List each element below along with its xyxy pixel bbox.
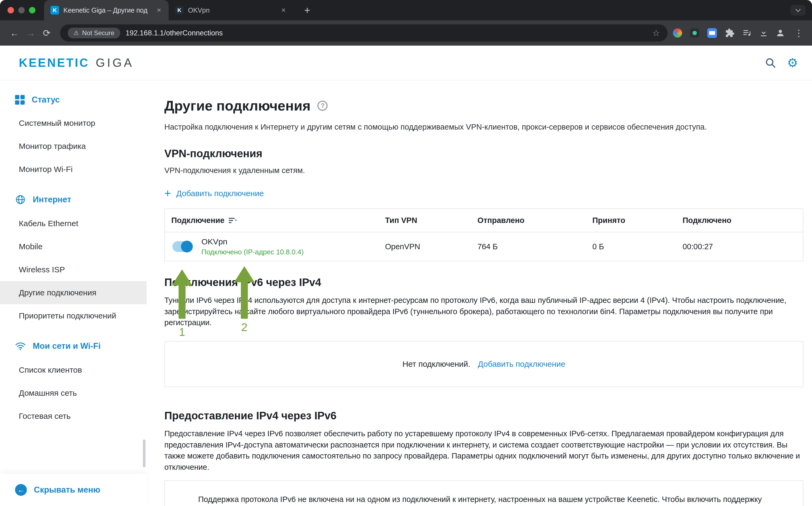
ipv4-section-heading: Предоставление IPv4 через IPv6	[164, 410, 803, 422]
tab-title: OKVpn	[188, 6, 275, 14]
keenetic-logo: KEENETIC	[19, 56, 89, 70]
gear-icon[interactable]: ⚙	[787, 57, 798, 69]
page-intro: Настройка подключения к Интернету и друг…	[164, 121, 803, 133]
section-label: Мои сети и Wi-Fi	[33, 341, 101, 351]
window-controls	[0, 7, 44, 13]
wifi-icon	[15, 341, 26, 351]
chevron-down-icon	[795, 7, 801, 12]
url-text: 192.168.1.1/otherConnections	[126, 29, 223, 37]
sidebar-item-connection-priorities[interactable]: Приоритеты подключений	[0, 304, 147, 327]
model-name: GIGA	[95, 56, 134, 70]
column-header-received[interactable]: Принято	[586, 209, 676, 232]
column-header-connection[interactable]: Подключение	[165, 209, 379, 232]
column-header-sent[interactable]: Отправлено	[471, 209, 586, 232]
close-tab-icon[interactable]: ×	[155, 6, 163, 14]
sidebar-item-wifi-monitor[interactable]: Монитор Wi-Fi	[0, 158, 147, 181]
globe-icon	[15, 194, 26, 205]
main-content: Другие подключения ? Настройка подключен…	[147, 81, 812, 506]
vpn-section-subtitle: VPN-подключения к удаленным сетям.	[164, 166, 803, 175]
arrow-left-icon: ←	[15, 484, 27, 496]
security-label: Not Secure	[82, 29, 115, 37]
add-vpn-connection-link[interactable]: + Добавить подключение	[164, 188, 264, 199]
sidebar: Статус Системный монитор Монитор трафика…	[0, 81, 147, 506]
browser-menu-icon[interactable]: ⋮	[792, 28, 806, 38]
page-title: Другие подключения	[164, 98, 310, 114]
browser-window: K Keenetic Giga – Другие под × K OKVpn ×…	[0, 0, 812, 506]
sidebar-section-my-networks[interactable]: Мои сети и Wi-Fi	[0, 334, 147, 358]
ipv6-support-notice: Поддержка протокола IPv6 не включена ни …	[164, 480, 803, 506]
forward-button[interactable]: →	[22, 25, 39, 41]
address-bar[interactable]: ⚠ Not Secure 192.168.1.1/otherConnection…	[60, 24, 668, 41]
sidebar-item-wireless-isp[interactable]: Wireless ISP	[0, 258, 147, 281]
sidebar-item-traffic-monitor[interactable]: Монитор трафика	[0, 135, 147, 158]
connected-time-value: 00:00:27	[676, 238, 803, 255]
security-chip[interactable]: ⚠ Not Secure	[68, 28, 120, 38]
sidebar-item-home-network[interactable]: Домашняя сеть	[0, 382, 147, 405]
tab-keenetic[interactable]: K Keenetic Giga – Другие под ×	[44, 0, 169, 20]
sidebar-section-internet[interactable]: Интернет	[0, 187, 147, 212]
extension-icon[interactable]	[673, 28, 682, 37]
sidebar-section-status[interactable]: Статус	[0, 88, 147, 112]
vpn-type-value: OpenVPN	[379, 238, 471, 255]
arrow-up-icon	[234, 266, 254, 282]
dashboard-icon	[15, 95, 25, 105]
ipv6-empty-state: Нет подключений. Добавить подключение	[164, 341, 803, 387]
collapse-label: Скрывать меню	[34, 485, 100, 495]
tab-title: Keenetic Giga – Другие под	[63, 6, 150, 14]
annotation-arrow-1: 1	[171, 269, 193, 339]
sidebar-item-system-monitor[interactable]: Системный монитор	[0, 112, 147, 135]
reload-button[interactable]: ⟳	[39, 25, 55, 41]
add-ipv6-connection-link[interactable]: Добавить подключение	[478, 359, 565, 369]
close-tab-icon[interactable]: ×	[279, 6, 288, 14]
plus-icon: +	[164, 188, 171, 199]
bookmark-star-icon[interactable]: ☆	[652, 28, 660, 38]
vpn-enable-toggle[interactable]	[172, 241, 192, 252]
sent-value: 764 Б	[471, 238, 586, 255]
section-label: Статус	[32, 95, 60, 105]
vpn-connections-table: Подключение Тип VPN Отправлено Принято П…	[164, 208, 803, 261]
okvpn-favicon-icon: K	[175, 6, 184, 14]
app-header: KEENETIC GIGA ⚙	[0, 46, 812, 81]
received-value: 0 Б	[586, 238, 676, 255]
connection-name[interactable]: OKVpn	[201, 237, 304, 246]
close-window-button[interactable]	[7, 7, 14, 13]
help-icon[interactable]: ?	[317, 101, 327, 111]
keyboard-extension-icon[interactable]	[707, 28, 717, 38]
ipv6-section-description: Туннели IPv6 через IPv4 используются для…	[164, 295, 803, 328]
tab-search-button[interactable]	[791, 5, 806, 15]
back-button[interactable]: ←	[6, 25, 22, 41]
new-tab-button[interactable]: +	[301, 5, 314, 16]
column-header-vpn-type[interactable]: Тип VPN	[379, 209, 471, 232]
search-icon[interactable]	[764, 57, 776, 69]
extension-icon[interactable]	[690, 28, 699, 37]
ipv4-section-description: Предоставление IPv4 через IPv6 позволяет…	[164, 428, 803, 473]
arrow-up-icon	[172, 269, 192, 285]
column-header-connected[interactable]: Подключено	[676, 209, 803, 232]
section-label: Интернет	[33, 195, 71, 204]
table-row[interactable]: OKVpn Подключено (IP-адрес 10.8.0.4) Ope…	[165, 232, 803, 261]
empty-state-text: Нет подключений.	[402, 359, 470, 369]
media-controls-icon[interactable]	[742, 28, 752, 38]
sidebar-item-guest-network[interactable]: Гостевая сеть	[0, 405, 147, 428]
tab-strip: K Keenetic Giga – Другие под × K OKVpn ×…	[0, 0, 812, 20]
tab-okvpn[interactable]: K OKVpn ×	[169, 0, 293, 20]
zoom-window-button[interactable]	[29, 7, 35, 13]
sidebar-item-ethernet[interactable]: Кабель Ethernet	[0, 212, 147, 235]
vpn-section-heading: VPN-подключения	[164, 148, 803, 160]
sidebar-scrollbar[interactable]	[143, 439, 146, 468]
sidebar-item-client-list[interactable]: Список клиентов	[0, 358, 147, 382]
sidebar-item-other-connections[interactable]: Другие подключения	[0, 281, 147, 304]
puzzle-extensions-icon[interactable]	[725, 28, 735, 38]
keenetic-favicon-icon: K	[51, 6, 59, 14]
browser-toolbar: ← → ⟳ ⚠ Not Secure 192.168.1.1/otherConn…	[0, 20, 812, 46]
minimize-window-button[interactable]	[18, 7, 25, 13]
connection-status: Подключено (IP-адрес 10.8.0.4)	[201, 248, 304, 256]
annotation-label-2: 2	[241, 321, 247, 334]
toggle-knob	[181, 241, 193, 252]
collapse-menu-button[interactable]: ← Скрывать меню	[0, 474, 147, 506]
sidebar-item-mobile[interactable]: Mobile	[0, 235, 147, 258]
downloads-icon[interactable]	[759, 28, 768, 38]
profile-icon[interactable]	[776, 28, 785, 38]
sort-icon[interactable]	[229, 217, 237, 224]
warning-icon: ⚠	[74, 29, 79, 36]
